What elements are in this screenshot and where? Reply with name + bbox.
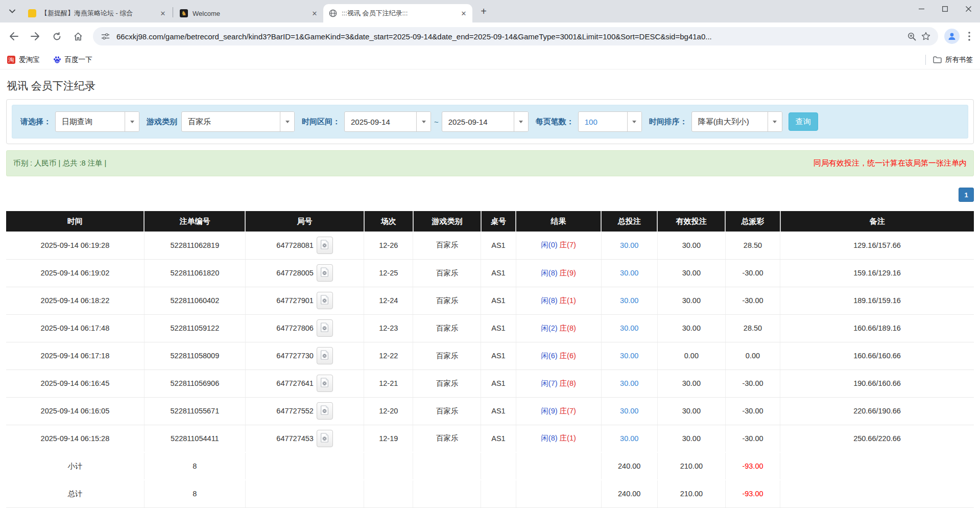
date-end-select[interactable]: 2025-09-14 [442,111,529,132]
profile-avatar[interactable] [944,29,960,44]
tab-search-chevron-icon[interactable] [5,4,19,18]
all-bookmarks-button[interactable]: 所有书签 [933,55,973,64]
cell-game: 百家乐 [413,370,481,397]
footer-empty [780,480,974,507]
cell-game: 百家乐 [413,397,481,425]
total-bet-link[interactable]: 30.00 [620,434,638,443]
cell-payout: 28.50 [725,314,780,342]
cell-table: AS1 [481,425,516,452]
chevron-down-icon[interactable] [125,112,139,131]
column-header-4: 场次 [364,211,413,232]
footer-empty [245,480,364,507]
back-button[interactable] [5,28,22,45]
cell-game: 百家乐 [413,232,481,259]
chevron-down-icon[interactable] [627,112,641,131]
cell-total-bet: 30.00 [601,232,657,259]
cell-game: 百家乐 [413,287,481,314]
site-info-tune-icon[interactable] [98,29,112,43]
page-content: 视讯 会员下注纪录 请选择： 日期查询 游戏类别 百家乐 时间区间： 2025-… [0,79,980,508]
total-bet-link[interactable]: 30.00 [620,241,638,249]
video-replay-button[interactable] [317,430,333,447]
tab-close-icon[interactable]: ✕ [310,9,319,18]
maximize-button[interactable] [933,0,957,17]
cell-bet-id: 522811056906 [144,370,245,397]
browser-tab-welcome[interactable]: ♞ Welcome ✕ [174,4,323,22]
subtotal-row: 小计8240.00210.00-93.00 [6,452,974,480]
table-row: 2025-09-14 06:19:02522811061820647728005… [6,259,974,287]
cell-round: 647727453 [245,425,364,452]
new-tab-button[interactable]: + [476,4,491,18]
tab-close-icon[interactable]: ✕ [459,9,468,18]
cell-note: 129.16/157.66 [780,232,974,259]
chevron-down-icon[interactable] [416,112,431,131]
cell-total-bet: 30.00 [601,314,657,342]
cell-session: 12-19 [364,425,413,452]
result-player: 闲(9) [541,407,557,415]
query-type-select[interactable]: 日期查询 [55,111,139,132]
video-replay-button[interactable] [317,347,333,364]
forward-button[interactable] [27,28,44,45]
url-text[interactable]: 66cxkj98.com/game/betrecord_search/kind3… [116,32,904,41]
cell-time: 2025-09-14 06:17:18 [6,342,144,370]
address-bar[interactable]: 66cxkj98.com/game/betrecord_search/kind3… [93,27,938,45]
browser-menu-kebab-icon[interactable] [963,29,976,44]
browser-tab-forum[interactable]: 【新提醒】海燕策略论坛 - 综合 ✕ [22,4,172,22]
time-range-label: 时间区间： [302,117,340,127]
column-header-10: 总派彩 [725,211,780,232]
cell-time: 2025-09-14 06:15:28 [6,425,144,452]
footer-empty [780,452,974,480]
footer-empty [516,480,601,507]
bookmark-baidu[interactable]: du 百度一下 [53,55,92,64]
browser-toolbar: 66cxkj98.com/game/betrecord_search/kind3… [0,22,980,50]
window-controls [910,0,980,17]
search-button[interactable]: 查询 [788,112,818,131]
per-page-select[interactable]: 100 [578,111,642,132]
page-1-button[interactable]: 1 [959,188,974,202]
total-bet-link[interactable]: 30.00 [620,324,638,332]
bookmark-aitaobao[interactable]: 淘 爱淘宝 [7,55,40,64]
table-row: 2025-09-14 06:16:45522811056906647727641… [6,370,974,397]
total-bet-link[interactable]: 30.00 [620,269,638,277]
cell-note: 159.16/129.16 [780,259,974,287]
chevron-down-icon[interactable] [280,112,294,131]
footer-empty [413,480,481,507]
cell-result: 闲(6) 庄(6) [516,342,601,370]
total-bet-link[interactable]: 30.00 [620,379,638,387]
video-replay-button[interactable] [317,402,333,420]
cell-bet-id: 522811054411 [144,425,245,452]
home-button[interactable] [69,28,87,45]
close-window-button[interactable] [957,0,980,17]
date-start-select[interactable]: 2025-09-14 [344,111,431,132]
browser-tab-betrecord[interactable]: :::视讯 会员下注纪录::: ✕ [323,4,472,22]
cell-time: 2025-09-14 06:19:28 [6,232,144,259]
column-header-9: 有效投注 [657,211,725,232]
reload-button[interactable] [48,28,65,45]
table-row: 2025-09-14 06:19:28522811062819647728081… [6,232,974,259]
table-row: 2025-09-14 06:15:28522811054411647727453… [6,425,974,452]
video-replay-button[interactable] [317,292,333,309]
game-type-select[interactable]: 百家乐 [181,111,295,132]
cell-payout: -30.00 [725,287,780,314]
cell-result: 闲(7) 庄(8) [516,370,601,397]
video-replay-button[interactable] [317,264,333,282]
video-replay-button[interactable] [317,319,333,337]
total-bet-link[interactable]: 30.00 [620,296,638,305]
video-replay-button[interactable] [317,375,333,392]
cell-bet-id: 522811055671 [144,397,245,425]
zoom-magnifier-icon[interactable] [904,29,919,43]
sort-select[interactable]: 降幂(由大到小) [691,111,782,132]
chevron-down-icon[interactable] [514,112,528,131]
baidu-paw-icon: du [53,56,61,64]
footer-total-bet: 240.00 [601,452,657,480]
grand-total-row: 总计8240.00210.00-93.00 [6,480,974,507]
tab-close-icon[interactable]: ✕ [158,9,168,18]
table-row: 2025-09-14 06:18:22522811060402647727901… [6,287,974,314]
cell-payout: 28.50 [725,232,780,259]
result-player: 闲(7) [541,379,557,387]
total-bet-link[interactable]: 30.00 [620,352,638,360]
bookmark-star-icon[interactable] [919,29,933,43]
minimize-button[interactable] [910,0,933,17]
total-bet-link[interactable]: 30.00 [620,407,638,415]
video-replay-button[interactable] [317,237,333,254]
chevron-down-icon[interactable] [768,112,782,131]
